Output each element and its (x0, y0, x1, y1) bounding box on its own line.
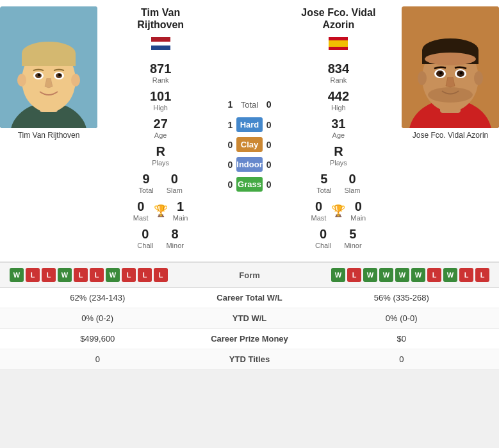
form-badge-player1: L (74, 268, 88, 282)
court-indoor-left-score: 0 (224, 160, 236, 170)
player1-total-block: 9 Total (138, 172, 153, 194)
form-badge-player1: L (90, 268, 104, 282)
player2-rank-value: 834 (328, 62, 349, 76)
player1-stats: Tim Van Rijthoven 871 Rank 101 High (97, 6, 224, 255)
player1-minor-block: 8 Minor (166, 227, 184, 249)
total-score-right: 0 (263, 99, 275, 110)
form-badge-player1: W (10, 268, 24, 282)
stats-left-1: 0% (0-2) (10, 313, 186, 323)
player2-slam-label: Slam (344, 187, 360, 194)
player1-plays-label: Plays (152, 159, 169, 167)
form-badge-player1: W (106, 268, 120, 282)
form-section: WLLWLLWLLL Form WLWWWWLWLL (0, 262, 499, 288)
player1-name: Tim Van Rijthoven (137, 6, 184, 31)
player2-stats: Jose Fco. Vidal Azorin 834 Rank 442 High (275, 6, 402, 255)
svg-rect-5 (22, 53, 76, 66)
form-badge-player2: W (411, 268, 425, 282)
svg-point-20 (425, 53, 476, 65)
player2-minor-value: 5 (344, 227, 362, 242)
player-section: Tim Van Rijthoven Tim Van Rijthoven 871 … (0, 0, 499, 262)
player2-main-block: 0 Main (350, 199, 366, 222)
court-hard-badge: Hard (236, 117, 262, 132)
form-badge-player1: L (138, 268, 152, 282)
player2-chall-label: Chall (315, 242, 331, 249)
total-row: 1 Total 0 (224, 99, 275, 110)
player1-stats-container: 871 Rank 101 High 27 Age R Plays (104, 56, 217, 255)
player-right-column: Jose Fco. Vidal Azorin (402, 6, 499, 255)
form-badge-player2: W (395, 268, 409, 282)
player2-mast-label: Mast (311, 214, 327, 222)
court-clay-badge: Clay (236, 137, 262, 152)
stats-left-0: 62% (234-143) (10, 293, 186, 303)
player-left-column: Tim Van Rijthoven (0, 6, 97, 255)
player1-main-value: 1 (173, 199, 188, 214)
player1-mast-block: 0 Mast (133, 199, 149, 222)
total-label: Total (236, 100, 262, 110)
player1-age-block: 27 Age (154, 117, 168, 139)
player2-total-label: Total (316, 187, 331, 194)
player2-age-value: 31 (331, 117, 345, 131)
stats-row-0: 62% (234-143)Career Total W/L56% (335-26… (0, 288, 499, 308)
player2-mast-block: 0 Mast (311, 199, 327, 222)
player1-minor-value: 8 (166, 227, 184, 242)
svg-point-27 (418, 71, 427, 85)
svg-point-13 (71, 74, 80, 87)
stats-right-0: 56% (335-268) (314, 293, 490, 303)
player1-mast-value: 0 (133, 199, 149, 214)
player2-mast-main-row: 0 Mast 🏆 0 Main (311, 199, 366, 222)
total-score-left: 1 (224, 99, 236, 110)
player1-total-value: 9 (138, 172, 153, 187)
player2-mast-value: 0 (311, 199, 327, 214)
court-indoor-badge: Indoor (236, 157, 262, 172)
stats-right-1: 0% (0-0) (314, 313, 490, 323)
court-row-hard: 1 Hard 0 (224, 117, 275, 132)
player1-total-label: Total (138, 187, 153, 194)
court-hard-right-score: 0 (263, 120, 275, 130)
player1-flag (151, 37, 170, 50)
court-grass-badge: Grass (236, 177, 262, 192)
form-badge-player1: L (26, 268, 40, 282)
svg-point-25 (439, 72, 442, 74)
player2-high-value: 442 (328, 89, 349, 104)
player2-flag-container (329, 35, 348, 54)
form-badge-player2: W (331, 268, 345, 282)
player1-slam-block: 0 Slam (167, 172, 183, 194)
court-grass-right-score: 0 (263, 179, 275, 190)
player1-plays-value: R (152, 144, 169, 159)
player1-high-label: High (150, 104, 171, 112)
player2-total-slam-row: 5 Total 0 Slam (316, 172, 360, 194)
stats-left-3: 0 (10, 354, 186, 364)
player1-flag-container (151, 35, 170, 54)
form-badge-player2: L (475, 268, 489, 282)
form-badge-player1: L (122, 268, 136, 282)
player2-chall-minor-row: 0 Chall 5 Minor (315, 227, 362, 249)
form-badge-player2: L (347, 268, 361, 282)
svg-point-28 (474, 71, 483, 85)
stats-row-3: 0YTD Titles0 (0, 349, 499, 370)
form-badge-player2: L (459, 268, 473, 282)
player1-trophy-icon: 🏆 (154, 204, 168, 218)
player1-main-label: Main (173, 214, 188, 222)
player2-name-under: Jose Fco. Vidal Azorin (413, 131, 489, 140)
svg-point-10 (38, 74, 40, 76)
player2-flag (329, 37, 348, 50)
player1-high-block: 101 High (150, 89, 171, 112)
player1-rank-block: 871 Rank (150, 62, 171, 84)
player1-high-value: 101 (150, 89, 171, 104)
player1-main-block: 1 Main (173, 199, 188, 222)
middle-section: 1 Total 0 1 Hard 0 0 Clay 0 0 Indoor 0 0 (224, 6, 275, 255)
player1-minor-label: Minor (166, 242, 184, 249)
stats-center-1: YTD W/L (186, 313, 314, 323)
player1-rank-value: 871 (150, 62, 171, 76)
svg-point-11 (58, 74, 61, 76)
player1-mast-main-row: 0 Mast 🏆 1 Main (133, 199, 188, 222)
player2-plays-block: R Plays (330, 144, 347, 167)
stats-row-1: 0% (0-2)YTD W/L0% (0-0) (0, 308, 499, 329)
player2-high-label: High (328, 104, 349, 112)
form-badge-player2: W (363, 268, 377, 282)
form-badge-player1: W (58, 268, 72, 282)
player1-plays-block: R Plays (152, 144, 169, 167)
stats-center-0: Career Total W/L (186, 293, 314, 303)
player2-rank-block: 834 Rank (328, 62, 349, 84)
court-indoor-right-score: 0 (263, 160, 275, 170)
